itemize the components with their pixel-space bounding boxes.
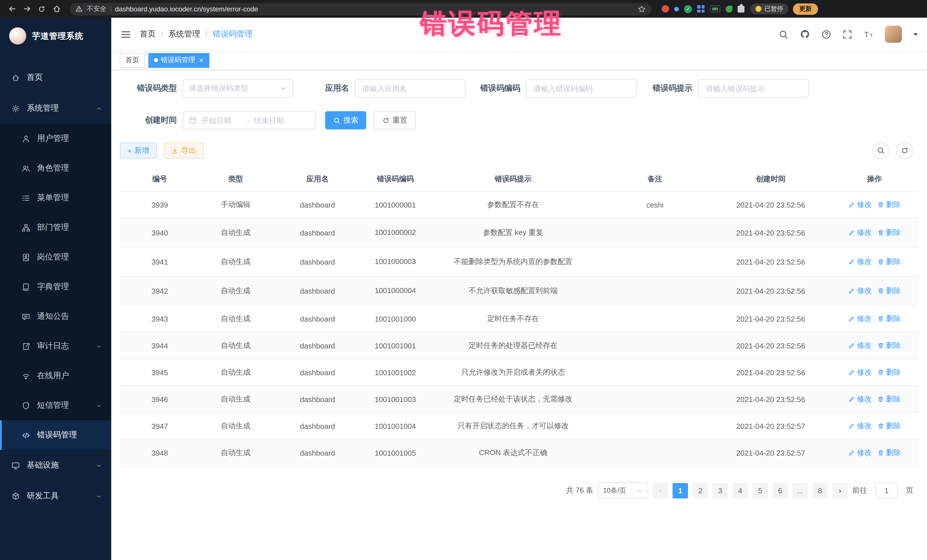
extension-icon[interactable]: on bbox=[710, 5, 720, 12]
page-button[interactable]: 8 bbox=[812, 483, 828, 498]
delete-link[interactable]: 删除 bbox=[877, 341, 901, 351]
page-size-select[interactable]: 10条/页 bbox=[598, 483, 648, 499]
extension-icon[interactable] bbox=[662, 5, 669, 12]
page-button[interactable]: 3 bbox=[713, 483, 728, 498]
sidebar-item[interactable]: 菜单管理 bbox=[0, 183, 111, 213]
user-avatar[interactable] bbox=[885, 26, 902, 43]
extension-icon[interactable]: ✓ bbox=[684, 5, 692, 13]
edit-link[interactable]: 修改 bbox=[848, 421, 872, 431]
sidebar-item[interactable]: 字典管理 bbox=[0, 272, 111, 302]
delete-link[interactable]: 删除 bbox=[877, 395, 901, 405]
extension-icon[interactable] bbox=[674, 6, 679, 11]
delete-link[interactable]: 删除 bbox=[877, 200, 901, 210]
search-icon[interactable] bbox=[779, 29, 789, 39]
sidebar-item[interactable]: 短信管理 bbox=[0, 391, 111, 420]
cell-app: dashboard bbox=[272, 413, 363, 440]
emoji-face-icon bbox=[755, 6, 761, 12]
extension-icon[interactable] bbox=[697, 5, 705, 12]
extension-icon[interactable] bbox=[726, 5, 732, 12]
add-button[interactable]: + 新增 bbox=[120, 143, 157, 159]
page-button[interactable]: 2 bbox=[693, 483, 708, 498]
error-type-select[interactable]: 请选择错误码类型 bbox=[182, 79, 293, 97]
error-code-input[interactable] bbox=[526, 79, 637, 97]
delete-link[interactable]: 删除 bbox=[877, 367, 901, 378]
back-button[interactable] bbox=[6, 3, 18, 15]
date-range-picker[interactable]: - bbox=[182, 111, 316, 129]
reset-button[interactable]: 重置 bbox=[374, 111, 416, 129]
sidebar-item[interactable]: 系统管理 bbox=[0, 93, 111, 124]
app-name-input[interactable] bbox=[355, 79, 465, 97]
hamburger-icon[interactable] bbox=[120, 29, 131, 39]
edit-link[interactable]: 修改 bbox=[848, 228, 872, 238]
edit-link[interactable]: 修改 bbox=[848, 200, 872, 210]
edit-link[interactable]: 修改 bbox=[848, 256, 872, 267]
browser-update-button[interactable]: 更新 bbox=[793, 3, 818, 15]
sidebar-item[interactable]: 首页 bbox=[0, 62, 111, 93]
sidebar-item[interactable]: 用户管理 bbox=[0, 124, 111, 153]
sidebar-item[interactable]: 在线用户 bbox=[0, 361, 111, 391]
home-button[interactable] bbox=[50, 3, 63, 15]
github-icon[interactable] bbox=[800, 29, 810, 39]
page-button[interactable]: 5 bbox=[752, 483, 768, 498]
cell-app: dashboard bbox=[272, 440, 363, 466]
search-button[interactable]: 搜索 bbox=[325, 111, 366, 129]
fullscreen-icon[interactable] bbox=[843, 29, 852, 39]
error-message-input[interactable] bbox=[698, 79, 809, 97]
page-button[interactable]: 6 bbox=[772, 483, 788, 498]
edit-link[interactable]: 修改 bbox=[848, 314, 872, 324]
edit-link[interactable]: 修改 bbox=[848, 367, 872, 378]
edit-link[interactable]: 修改 bbox=[848, 286, 872, 296]
font-size-icon[interactable]: TT bbox=[864, 29, 873, 39]
sidebar-item[interactable]: 审计日志 bbox=[0, 331, 111, 361]
edit-label: 修改 bbox=[857, 228, 872, 238]
forward-button[interactable] bbox=[21, 3, 33, 15]
address-bar[interactable]: 不安全 dashboard.yudao.iocoder.cn/system/er… bbox=[70, 3, 652, 15]
sidebar-item[interactable]: 角色管理 bbox=[0, 153, 111, 183]
sidebar-item[interactable]: 通知公告 bbox=[0, 302, 111, 331]
tab-error-code[interactable]: 错误码管理 × bbox=[148, 53, 209, 68]
edit-link[interactable]: 修改 bbox=[848, 395, 872, 405]
sidebar-item[interactable]: 部门管理 bbox=[0, 213, 111, 242]
goto-page-input[interactable] bbox=[875, 483, 898, 498]
breadcrumb-item-system[interactable]: 系统管理 bbox=[168, 29, 200, 39]
edit-link[interactable]: 修改 bbox=[848, 448, 872, 458]
sidebar-item[interactable]: 错误码管理 bbox=[0, 420, 111, 450]
delete-link[interactable]: 删除 bbox=[877, 286, 901, 296]
logo[interactable]: 芋道管理系统 bbox=[0, 18, 111, 54]
breadcrumb-item-home[interactable]: 首页 bbox=[140, 29, 156, 39]
delete-link[interactable]: 删除 bbox=[877, 228, 901, 238]
cell-remark bbox=[599, 247, 711, 276]
delete-link[interactable]: 删除 bbox=[877, 256, 901, 267]
start-date-input[interactable] bbox=[201, 116, 242, 124]
delete-link[interactable]: 删除 bbox=[877, 421, 901, 431]
page-button[interactable]: 1 bbox=[673, 483, 688, 498]
export-button[interactable]: 导出 bbox=[163, 143, 204, 159]
sidebar-item[interactable]: 基础设施 bbox=[0, 450, 111, 481]
bookmark-star-icon[interactable] bbox=[638, 5, 646, 13]
end-date-input[interactable] bbox=[254, 116, 295, 124]
edit-link[interactable]: 修改 bbox=[848, 341, 872, 351]
cell-message: 不允许获取敏感配置到前端 bbox=[427, 276, 599, 305]
paused-badge[interactable]: 已暂停 bbox=[750, 3, 789, 14]
sidebar-item[interactable]: 研发工具 bbox=[0, 481, 111, 511]
delete-link[interactable]: 删除 bbox=[877, 448, 901, 458]
sidebar-item[interactable]: 岗位管理 bbox=[0, 242, 111, 272]
page-button[interactable]: 4 bbox=[732, 483, 748, 498]
delete-link[interactable]: 删除 bbox=[877, 314, 901, 324]
cell-id: 3942 bbox=[120, 276, 200, 305]
table-row: 3945自动生成dashboard1001001002只允许修改为开启或者关闭状… bbox=[120, 359, 918, 386]
extensions-puzzle-icon[interactable] bbox=[738, 5, 745, 12]
close-icon[interactable]: × bbox=[199, 56, 204, 64]
chevron-down-icon[interactable] bbox=[913, 33, 918, 36]
page-content: 错误码类型 请选择错误码类型 应用名 bbox=[111, 70, 927, 560]
page-ellipsis[interactable]: ... bbox=[792, 483, 808, 498]
prev-page-button[interactable]: ‹ bbox=[653, 483, 668, 498]
help-icon[interactable] bbox=[821, 29, 831, 39]
refresh-button[interactable] bbox=[896, 142, 913, 159]
show-search-button[interactable] bbox=[872, 142, 889, 159]
next-page-button[interactable]: › bbox=[832, 483, 848, 498]
cell-app: dashboard bbox=[272, 247, 363, 276]
table-row: 3939手动编辑dashboard1001000001参数配置不存在ceshi2… bbox=[120, 191, 918, 218]
tab-home[interactable]: 首页 bbox=[120, 53, 145, 68]
reload-button[interactable] bbox=[35, 3, 48, 15]
